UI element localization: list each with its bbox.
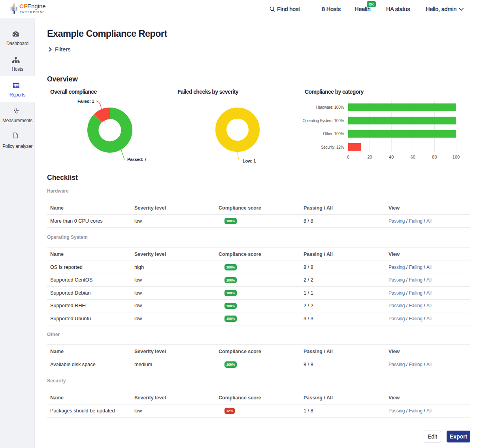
svg-text:80: 80	[432, 155, 437, 159]
svg-text:100: 100	[453, 155, 460, 159]
svg-text:Security: 12%: Security: 12%	[321, 145, 344, 149]
svg-text:Other: 100%: Other: 100%	[323, 132, 344, 136]
svg-text:60: 60	[411, 155, 415, 159]
svg-text:Low: 1: Low: 1	[243, 159, 256, 163]
svg-text:40: 40	[389, 155, 394, 159]
svg-text:Operating System: 100%: Operating System: 100%	[302, 119, 344, 123]
svg-text:Passed: 7: Passed: 7	[127, 157, 147, 162]
svg-text:0: 0	[347, 155, 349, 159]
svg-text:Failed: 1: Failed: 1	[77, 99, 94, 104]
svg-text:Hardware: 100%: Hardware: 100%	[316, 105, 344, 110]
svg-text:20: 20	[367, 155, 372, 159]
